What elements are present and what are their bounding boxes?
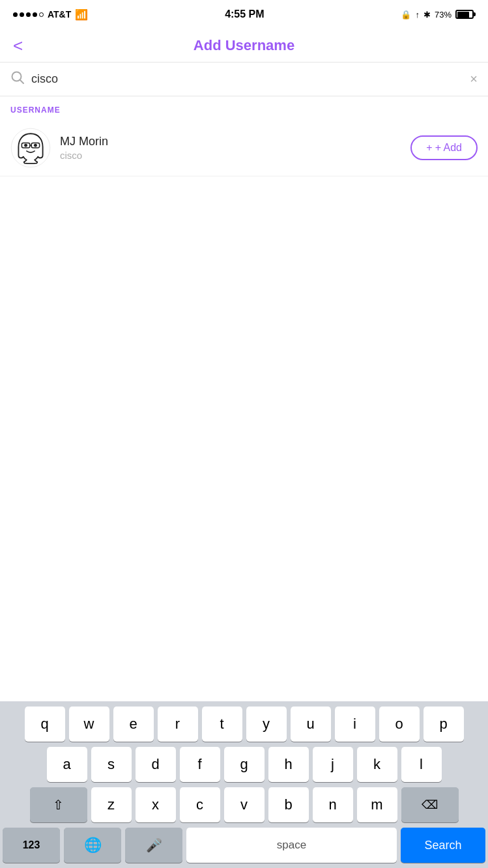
location-icon: ↑	[415, 10, 420, 20]
key-o[interactable]: o	[379, 707, 420, 742]
space-key[interactable]: space	[186, 828, 397, 863]
status-left: AT&T 📶	[13, 8, 88, 21]
key-n[interactable]: n	[313, 787, 353, 822]
svg-point-4	[34, 144, 37, 147]
search-key[interactable]: Search	[401, 828, 485, 863]
key-z[interactable]: z	[91, 787, 132, 822]
signal-dot-3	[26, 12, 31, 17]
svg-point-3	[24, 144, 27, 147]
battery-label: 73%	[435, 10, 452, 20]
key-h[interactable]: h	[268, 747, 309, 782]
key-e[interactable]: e	[113, 707, 154, 742]
svg-line-1	[20, 80, 24, 84]
signal-dot-2	[20, 12, 24, 17]
key-m[interactable]: m	[357, 787, 397, 822]
add-button[interactable]: ++ Add	[410, 135, 478, 160]
key-s[interactable]: s	[91, 747, 132, 782]
carrier-label: AT&T	[48, 9, 71, 20]
key-q[interactable]: q	[25, 707, 65, 742]
lock-icon: 🔒	[401, 10, 411, 20]
keyboard-row-2: a s d f g h j k l	[3, 747, 485, 782]
key-c[interactable]: c	[180, 787, 220, 822]
user-username: cisco	[60, 150, 410, 161]
globe-key[interactable]: 🌐	[64, 828, 121, 863]
keyboard-row-1: q w e r t y u i o p	[3, 707, 485, 742]
user-info: MJ Morin cisco	[60, 135, 410, 161]
signal-dots	[13, 12, 44, 17]
search-icon	[10, 70, 25, 88]
keyboard-row-3: ⇧ z x c v b n m ⌫	[3, 787, 485, 822]
key-d[interactable]: d	[136, 747, 176, 782]
key-v[interactable]: v	[224, 787, 265, 822]
key-r[interactable]: r	[158, 707, 198, 742]
user-result-row: MJ Morin cisco ++ Add	[0, 120, 488, 176]
nav-bar: < Add Username	[0, 29, 488, 63]
key-123[interactable]: 123	[3, 828, 60, 863]
key-w[interactable]: w	[69, 707, 109, 742]
key-t[interactable]: t	[202, 707, 242, 742]
signal-dot-1	[13, 12, 18, 17]
key-p[interactable]: p	[423, 707, 464, 742]
wifi-icon: 📶	[75, 8, 88, 21]
search-input[interactable]	[31, 72, 463, 86]
key-k[interactable]: k	[357, 747, 397, 782]
key-y[interactable]: y	[246, 707, 287, 742]
key-i[interactable]: i	[335, 707, 375, 742]
page-title: Add Username	[194, 37, 294, 54]
battery-icon	[455, 10, 475, 19]
key-a[interactable]: a	[47, 747, 87, 782]
signal-dot-5	[39, 12, 44, 17]
key-j[interactable]: j	[313, 747, 353, 782]
section-label: USERNAME	[0, 96, 488, 120]
delete-key[interactable]: ⌫	[401, 787, 459, 822]
key-g[interactable]: g	[224, 747, 265, 782]
status-time: 4:55 PM	[225, 8, 264, 20]
key-f[interactable]: f	[180, 747, 220, 782]
search-bar: ×	[0, 63, 488, 96]
shift-key[interactable]: ⇧	[30, 787, 87, 822]
key-l[interactable]: l	[401, 747, 442, 782]
key-x[interactable]: x	[136, 787, 176, 822]
key-u[interactable]: u	[291, 707, 331, 742]
bluetooth-icon: ✱	[423, 10, 431, 20]
mic-key[interactable]: 🎤	[125, 828, 182, 863]
content-area	[0, 176, 488, 424]
clear-button[interactable]: ×	[470, 72, 478, 87]
avatar	[10, 128, 51, 168]
plus-icon: +	[426, 142, 432, 153]
back-button[interactable]: <	[13, 37, 23, 54]
user-name: MJ Morin	[60, 135, 410, 148]
status-bar: AT&T 📶 4:55 PM 🔒 ↑ ✱ 73%	[0, 0, 488, 29]
keyboard: q w e r t y u i o p a s d f g h j k l ⇧ …	[0, 701, 488, 868]
add-label: + Add	[435, 142, 462, 153]
status-right: 🔒 ↑ ✱ 73%	[401, 10, 475, 20]
keyboard-row-4: 123 🌐 🎤 space Search	[3, 828, 485, 863]
key-b[interactable]: b	[268, 787, 309, 822]
signal-dot-4	[33, 12, 37, 17]
